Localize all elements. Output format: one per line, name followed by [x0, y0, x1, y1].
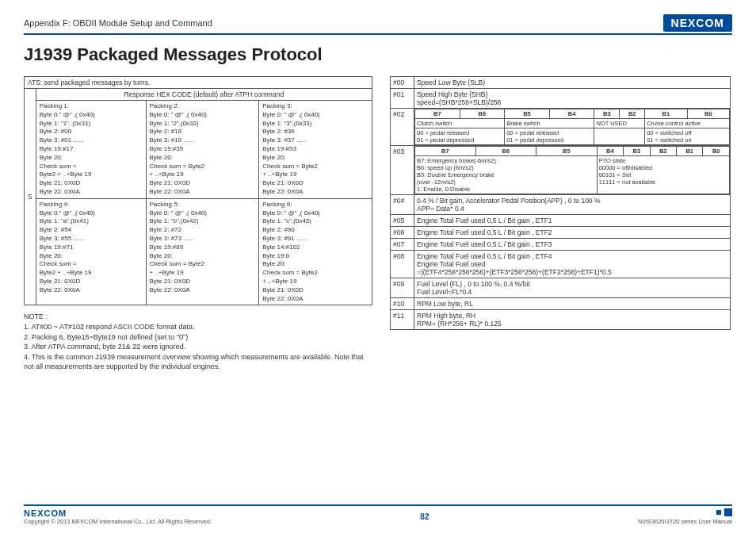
bits-table-03: B7 B6 B5 B4 B3 B2 B1 B0 B7: Emergency br… — [414, 146, 730, 194]
bit-label: B1 — [676, 147, 702, 156]
row-text: RPM Low byte, RL — [414, 298, 731, 310]
packing-3: Packing 3: Byte 0: " @" ,( 0x40) Byte 1:… — [259, 101, 372, 199]
row-id: #07 — [391, 239, 414, 251]
bit-label: B0 — [687, 109, 729, 119]
row-id: #02 — [391, 109, 414, 146]
row-id: #01 — [391, 89, 414, 109]
manual-name: NViS3620/3720 series User Manual — [638, 518, 732, 525]
footer-logo: NEXCOM — [24, 508, 212, 518]
row-id: #08 — [391, 251, 414, 278]
packing-6: Packing 6: Byte 0: " @" ,( 0x40) Byte 1:… — [259, 198, 372, 305]
bit-desc: 00 = switched off 01 = switched on — [645, 128, 730, 145]
s-label: S — [25, 89, 36, 305]
bit-label: B6 — [475, 147, 536, 156]
bit-group: Clutch switch — [415, 119, 505, 128]
packing-4: Packing 4: Byte 0:" @" ,( 0x40) Byte 1: … — [36, 198, 146, 305]
bit-desc: B7: Emergency brake(-6m/s2) B6: speed up… — [415, 156, 598, 194]
packing-1: Packing 1: Byte 0:" @" ,( 0x40) Byte 1: … — [36, 101, 146, 199]
note-3: 3. After ATPA command, byte 21& 22 were … — [24, 342, 372, 352]
row-text: Speed High Byte (SHB) speed=(SHB*256+SLB… — [414, 89, 731, 109]
row-id: #04 — [391, 195, 414, 215]
right-column: #00Speed Low Byte (SLB) #01Speed High By… — [390, 76, 731, 372]
row-text: 0.4 % / Bit gain, Accelerator Pedal Posi… — [414, 195, 731, 215]
packing-2: Packing 2: Byte 0: " @" ,( 0x40) Byte 1:… — [146, 101, 259, 199]
left-column: ATS: send packaged messages by turns. S … — [24, 76, 372, 372]
bit-label: B7 — [415, 109, 460, 119]
bit-label: B2 — [650, 147, 676, 156]
row-id: #06 — [391, 227, 414, 239]
copyright: Copyright © 2013 NEXCOM International Co… — [24, 518, 212, 525]
page-number: 82 — [420, 512, 429, 521]
bit-desc — [594, 128, 645, 145]
footer-right: NViS3620/3720 series User Manual — [638, 508, 732, 525]
row-id: #10 — [391, 298, 414, 310]
note-4: 4. This is the common J1939 measurement … — [24, 352, 372, 372]
bit-desc: 00 = pedal released 01 = pedal depressed — [505, 128, 594, 145]
row-03-bits: B7 B6 B5 B4 B3 B2 B1 B0 B7: Emergency br… — [414, 146, 731, 195]
brand-logo: NEXCOM — [663, 14, 732, 32]
bit-label: B4 — [597, 147, 623, 156]
decor-icon — [724, 508, 732, 516]
bit-label: B6 — [460, 109, 505, 119]
response-header: Response HEX CODE (default) after ATPH c… — [36, 89, 372, 101]
page-title: J1939 Packaged Messages Protocol — [24, 44, 732, 65]
row-text: Engine Total Fuel used 0,5 L / Bit gain … — [414, 239, 731, 251]
row-id: #05 — [391, 215, 414, 227]
bit-label: B5 — [505, 109, 550, 119]
decor-icon — [716, 510, 721, 515]
bit-label: B3 — [594, 109, 620, 119]
bit-label: B0 — [703, 147, 730, 156]
bit-label: B5 — [536, 147, 598, 156]
row-id: #03 — [391, 146, 414, 195]
register-table: #00Speed Low Byte (SLB) #01Speed High By… — [390, 76, 731, 330]
row-id: #09 — [391, 278, 414, 298]
bits-table-02: B7 B6 B5 B4 B3 B2 B1 B0 Clutch switch Br… — [414, 109, 730, 145]
bit-group: Cruise control active — [645, 119, 730, 128]
page-header: Appendix F: OBDII Module Setup and Comma… — [24, 14, 732, 35]
content-columns: ATS: send packaged messages by turns. S … — [24, 76, 732, 372]
bit-label: B4 — [549, 109, 594, 119]
section-title: Appendix F: OBDII Module Setup and Comma… — [24, 18, 212, 28]
page-footer: NEXCOM Copyright © 2013 NEXCOM Internati… — [24, 504, 732, 525]
ats-header: ATS: send packaged messages by turns. — [25, 77, 372, 89]
notes: NOTE : 1. AT#00 ~ AT#102 respond ASCII C… — [24, 312, 372, 372]
row-text: Engine Total Fuel used 0,5 L / Bit gain … — [414, 227, 731, 239]
bit-group: NOT USED — [594, 119, 645, 128]
row-02-bits: B7 B6 B5 B4 B3 B2 B1 B0 Clutch switch Br… — [414, 109, 731, 146]
bit-label: B7 — [415, 147, 476, 156]
bit-label: B1 — [645, 109, 687, 119]
note-2: 2. Packing 6, Byte15~Byte19 not defined … — [24, 332, 372, 343]
bit-label: B2 — [620, 109, 645, 119]
row-text: Speed Low Byte (SLB) — [414, 77, 731, 89]
row-id: #11 — [391, 310, 414, 330]
bit-group: Brake switch — [505, 119, 594, 128]
row-text: Fuel Level (FL) , 0 to 100 %, 0.4 %/bit … — [414, 278, 731, 298]
note-1: 1. AT#00 ~ AT#102 respond ASCII CODE for… — [24, 322, 372, 332]
note-heading: NOTE : — [24, 312, 372, 322]
row-id: #00 — [391, 77, 414, 89]
row-text: RPM High byte, RH RPM= (RH*256+ RL)* 0.1… — [414, 310, 731, 330]
row-text: Engine Total Fuel used 0,5 L / Bit gain … — [414, 215, 731, 227]
bit-label: B3 — [624, 147, 650, 156]
packing-5: Packing 5: Byte 0: " @" ,( 0x40) Byte 1:… — [146, 198, 259, 305]
packing-table: ATS: send packaged messages by turns. S … — [24, 76, 372, 305]
bit-desc: 00 = pedal released 01 = pedal depressed — [415, 128, 505, 145]
footer-left: NEXCOM Copyright © 2013 NEXCOM Internati… — [24, 508, 212, 525]
row-text: Engine Total Fuel used 0,5 L / Bit gain … — [414, 251, 731, 278]
bit-desc: PTO state 00000 = off/disabled 00101 = S… — [597, 156, 729, 194]
